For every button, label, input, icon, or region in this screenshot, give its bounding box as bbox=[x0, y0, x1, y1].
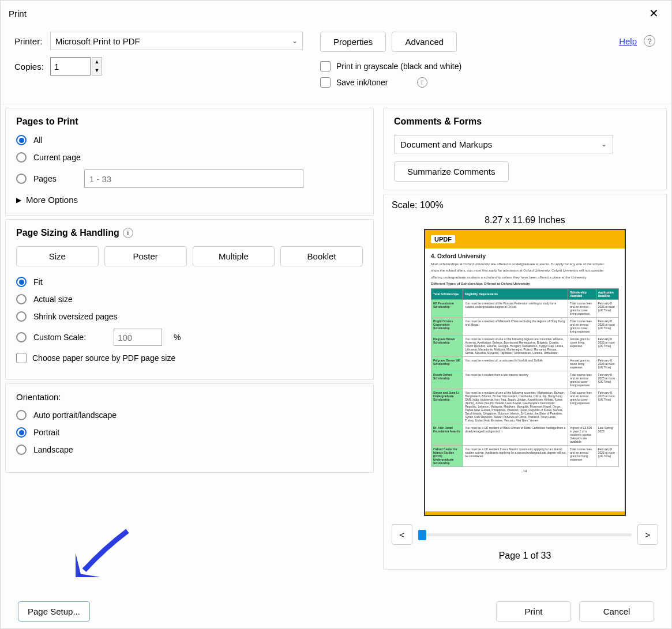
landscape-radio[interactable] bbox=[16, 445, 27, 455]
table-cell: You must be a UK resident of Black Afric… bbox=[463, 424, 568, 445]
actual-size-radio[interactable] bbox=[16, 294, 27, 304]
save-ink-label: Save ink/toner bbox=[336, 78, 388, 87]
table-cell: Dr. Ateh Jewel Foundation Awards bbox=[431, 424, 463, 445]
paper-source-checkbox[interactable] bbox=[16, 353, 27, 363]
table-row: Oxford Center for Islamic Studies (OCIS)… bbox=[431, 445, 619, 466]
booklet-button[interactable]: Booklet bbox=[280, 246, 363, 266]
doc-para-3: offering undergraduate students a schola… bbox=[431, 275, 619, 280]
table-row: NB Foundation ScholarshipYou must be a r… bbox=[431, 299, 619, 317]
copies-down-icon[interactable]: ▼ bbox=[92, 66, 102, 75]
all-label: All bbox=[33, 135, 43, 145]
close-icon[interactable]: ✕ bbox=[644, 5, 663, 21]
doc-title: 4. Oxford University bbox=[431, 253, 619, 259]
pages-radio[interactable] bbox=[16, 174, 27, 184]
pages-to-print-heading: Pages to Print bbox=[16, 116, 363, 127]
table-cell: Total course fees and an annual grant to… bbox=[568, 299, 596, 317]
save-ink-checkbox[interactable] bbox=[320, 77, 331, 88]
prev-page-button[interactable]: < bbox=[392, 524, 412, 545]
grayscale-checkbox[interactable] bbox=[320, 61, 331, 71]
copies-up-icon[interactable]: ▲ bbox=[92, 58, 102, 66]
custom-scale-radio[interactable] bbox=[16, 332, 27, 342]
doc-para-2: ships the school offers, you must first … bbox=[431, 268, 619, 273]
portrait-label: Portrait bbox=[33, 428, 59, 437]
table-cell: Palgrave Brown UK Scholarship bbox=[431, 356, 463, 371]
auto-orientation-radio[interactable] bbox=[16, 410, 27, 420]
grayscale-label: Print in grayscale (black and white) bbox=[336, 62, 461, 71]
fit-label: Fit bbox=[33, 277, 43, 287]
table-cell: February 8 2023 at noon (UK Time) bbox=[596, 299, 618, 317]
multiple-button[interactable]: Multiple bbox=[193, 246, 275, 266]
shrink-radio[interactable] bbox=[16, 311, 27, 322]
table-cell: February 8 2023 at noon (UK Time) bbox=[596, 356, 618, 371]
info-icon[interactable]: i bbox=[417, 77, 427, 88]
info-icon[interactable]: i bbox=[123, 228, 133, 238]
table-row: Bright Oceans Corporation ScholarshipYou… bbox=[431, 317, 619, 335]
table-header: Application Deadline bbox=[596, 288, 618, 299]
doc-para-1: Most scholarships at Oxford University a… bbox=[431, 262, 619, 266]
more-options-toggle[interactable]: ▶ More Options bbox=[16, 195, 363, 205]
table-cell: February 8 2023 at noon (UK Time) bbox=[596, 389, 618, 424]
table-cell: You must be a resident of one of the fol… bbox=[463, 389, 568, 424]
table-cell: A grant of £3,500 in year 1 of a student… bbox=[568, 424, 596, 445]
percent-label: % bbox=[174, 333, 181, 342]
properties-button[interactable]: Properties bbox=[320, 32, 386, 52]
more-options-label: More Options bbox=[26, 195, 78, 205]
copies-input[interactable] bbox=[50, 57, 91, 76]
table-cell: NB Foundation Scholarship bbox=[431, 299, 463, 317]
page-preview: UPDF 4. Oxford University Most scholarsh… bbox=[424, 229, 626, 516]
summarize-comments-button[interactable]: Summarize Comments bbox=[394, 161, 509, 182]
doc-para-4: Different Types of Scholarships Offered … bbox=[431, 281, 619, 286]
table-cell: Total course fees and an annual grant fo… bbox=[568, 445, 596, 466]
table-cell: Bright Oceans Corporation Scholarship bbox=[431, 317, 463, 335]
next-page-button[interactable]: > bbox=[637, 524, 658, 545]
help-icon[interactable]: ? bbox=[644, 35, 655, 47]
custom-scale-label: Custom Scale: bbox=[33, 333, 86, 342]
portrait-radio[interactable] bbox=[16, 427, 27, 438]
table-cell: February 8 2023 at noon (UK Time) bbox=[596, 371, 618, 389]
custom-scale-input[interactable] bbox=[114, 329, 162, 346]
poster-button[interactable]: Poster bbox=[104, 246, 187, 266]
chevron-down-icon: ⌄ bbox=[601, 140, 607, 148]
slider-thumb[interactable] bbox=[418, 530, 426, 540]
current-page-label: Current page bbox=[33, 153, 81, 162]
pages-label: Pages bbox=[33, 174, 57, 183]
table-cell: You must be a student from a low-income … bbox=[463, 371, 568, 389]
current-page-radio[interactable] bbox=[16, 152, 27, 163]
scale-label: Scale: 100% bbox=[392, 200, 658, 210]
page-of-label: Page 1 of 33 bbox=[392, 551, 658, 561]
fit-radio[interactable] bbox=[16, 277, 27, 287]
table-cell: Annual grant to cover living expenses bbox=[568, 356, 596, 371]
table-cell: Total course fees and an annual grant to… bbox=[568, 371, 596, 389]
table-header: Scholarship Awarded bbox=[568, 288, 596, 299]
table-row: Palgrave Brown ScholarshipYou must be a … bbox=[431, 335, 619, 356]
page-setup-button[interactable]: Page Setup... bbox=[18, 601, 90, 622]
help-link[interactable]: Help bbox=[619, 36, 637, 46]
dialog-title: Print bbox=[9, 9, 27, 18]
print-button[interactable]: Print bbox=[496, 601, 571, 622]
size-button[interactable]: Size bbox=[16, 246, 99, 266]
shrink-label: Shrink oversized pages bbox=[33, 312, 118, 321]
table-header: Total Scholarships bbox=[431, 288, 463, 299]
copies-label: Copies: bbox=[14, 62, 50, 71]
table-row: Simon and June Li Undergraduate Scholars… bbox=[431, 389, 619, 424]
chevron-down-icon: ⌄ bbox=[292, 37, 298, 45]
table-cell: You must be a resident of, or educated i… bbox=[463, 356, 568, 371]
table-cell: Total course fees and an annual grant to… bbox=[568, 317, 596, 335]
pages-input[interactable] bbox=[84, 170, 303, 188]
comments-select[interactable]: Document and Markups ⌄ bbox=[394, 135, 613, 153]
printer-select[interactable]: Microsoft Print to PDF ⌄ bbox=[50, 32, 303, 50]
table-cell: Simon and June Li Undergraduate Scholars… bbox=[431, 389, 463, 424]
all-radio[interactable] bbox=[16, 135, 27, 145]
advanced-button[interactable]: Advanced bbox=[392, 32, 457, 52]
orientation-heading: Orientation: bbox=[16, 392, 363, 402]
page-slider[interactable] bbox=[418, 533, 632, 536]
cancel-button[interactable]: Cancel bbox=[579, 601, 654, 622]
table-cell: Palgrave Brown Scholarship bbox=[431, 335, 463, 356]
dimensions-label: 8.27 x 11.69 Inches bbox=[392, 215, 658, 225]
paper-source-label: Choose paper source by PDF page size bbox=[32, 353, 175, 363]
printer-label: Printer: bbox=[14, 36, 50, 46]
table-cell: February 8 2023 at noon (UK Time) bbox=[596, 335, 618, 356]
table-row: Reach Oxford ScholarshipYou must be a st… bbox=[431, 371, 619, 389]
table-cell: Late Spring 2023 bbox=[596, 424, 618, 445]
landscape-label: Landscape bbox=[33, 445, 73, 454]
